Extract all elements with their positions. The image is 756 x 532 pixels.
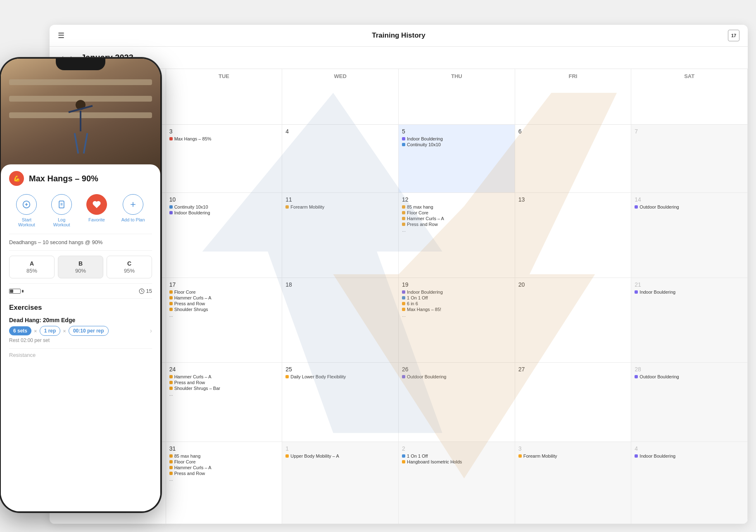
more-button[interactable]: ...: [169, 313, 279, 318]
intensity-c[interactable]: C 95%: [107, 256, 152, 278]
day-number: 31: [169, 445, 279, 452]
day-number: 19: [402, 281, 511, 288]
action-buttons: StartWorkout LogWorkout: [9, 189, 152, 234]
day-cell[interactable]: 7: [631, 125, 748, 193]
workout-dot: [169, 472, 173, 475]
log-icon: [51, 194, 72, 215]
day-header-sat: SAT: [631, 69, 748, 125]
workout-item: Floor Core: [169, 459, 279, 464]
workout-dot: [402, 137, 405, 140]
start-workout-button[interactable]: StartWorkout: [16, 194, 37, 227]
workout-label: Indoor Bouldering: [407, 136, 443, 141]
workout-item: Hangboard Isometric Holds: [402, 459, 511, 464]
day-cell[interactable]: 14Outdoor Bouldering: [631, 193, 748, 278]
workout-item: Hammer Curls – A: [169, 295, 279, 300]
day-cell[interactable]: 4: [282, 125, 399, 193]
workout-label: Press and Row: [174, 380, 205, 385]
battery-icon: [9, 289, 24, 294]
day-cell[interactable]: 25Daily Lower Body Flexibility: [282, 363, 399, 442]
intensity-a[interactable]: A 85%: [9, 256, 55, 278]
day-cell[interactable]: 10Continuity 10x10Indoor Bouldering: [166, 193, 283, 278]
add-to-plan-label: Add to Plan: [121, 217, 145, 222]
day-cell[interactable]: 27: [515, 363, 632, 442]
workout-dot: [402, 296, 405, 299]
day-number: 17: [169, 281, 279, 288]
workout-item: Shoulder Shrugs: [169, 307, 279, 312]
workout-dot: [169, 387, 173, 390]
day-cell[interactable]: 24Hammer Curls – APress and RowShoulder …: [166, 363, 283, 442]
day-cell[interactable]: 6: [515, 125, 632, 193]
day-number: 3: [169, 128, 279, 135]
calendar-icon[interactable]: 17: [728, 30, 739, 41]
workout-hero-image: [1, 59, 160, 174]
day-cell[interactable]: 11Forearm Mobility: [282, 193, 399, 278]
workout-item: Indoor Bouldering: [169, 210, 279, 215]
workout-item: Floor Core: [402, 210, 511, 215]
workout-dot: [402, 460, 405, 463]
day-header-wed: WED: [282, 69, 399, 125]
workout-dot: [518, 454, 522, 458]
workout-dot: [169, 296, 173, 299]
more-button[interactable]: ...: [169, 392, 279, 397]
day-cell[interactable]: 18: [282, 278, 399, 363]
day-header-thu: THU: [399, 69, 515, 125]
day-cell[interactable]: 3Forearm Mobility: [515, 442, 632, 524]
favorite-button[interactable]: Favorite: [86, 194, 107, 227]
day-cell[interactable]: 21Indoor Bouldering: [631, 278, 748, 363]
workout-dot: [169, 454, 173, 458]
workout-label: Indoor Bouldering: [174, 210, 210, 215]
day-cell[interactable]: 4Indoor Bouldering: [631, 442, 748, 524]
day-number: 7: [635, 128, 744, 135]
workout-dot: [285, 375, 289, 378]
workout-item: Hammer Curls – A: [169, 374, 279, 379]
day-cell[interactable]: 28Outdoor Bouldering: [631, 363, 748, 442]
battery-row: 15: [9, 284, 152, 299]
workout-item: Hammer Curls – A: [402, 216, 511, 221]
intensity-b[interactable]: B 90%: [58, 256, 103, 278]
day-cell[interactable]: 19Indoor Bouldering1 On 1 Off6 in 6Max H…: [399, 278, 515, 363]
workout-dot: [169, 211, 173, 214]
workout-item: 1 On 1 Off: [402, 295, 511, 300]
day-cell[interactable]: 21 On 1 OffHangboard Isometric Holds: [399, 442, 515, 524]
exercise-item: Dead Hang: 20mm Edge 6 sets × 1 rep × 00…: [9, 317, 152, 343]
day-cell[interactable]: 1285 max hangFloor CoreHammer Curls – AP…: [399, 193, 515, 278]
workout-item: Daily Lower Body Flexibility: [285, 374, 395, 379]
workout-label: 1 On 1 Off: [407, 454, 428, 458]
exercises-title: Exercises: [9, 304, 152, 312]
day-number: 4: [285, 128, 395, 135]
day-cell[interactable]: 13: [515, 193, 632, 278]
log-workout-button[interactable]: LogWorkout: [51, 194, 72, 227]
workout-label: Hammer Curls – A: [174, 295, 212, 300]
workout-label: Forearm Mobility: [523, 454, 557, 458]
favorite-icon: [86, 194, 107, 215]
day-cell[interactable]: 1Upper Body Mobility – A: [282, 442, 399, 524]
workout-item: Hammer Curls – A: [169, 465, 279, 470]
day-number: 25: [285, 366, 395, 373]
workout-item: Press and Row: [169, 380, 279, 385]
more-button[interactable]: ...: [169, 477, 279, 482]
day-cell[interactable]: 17Floor CoreHammer Curls – APress and Ro…: [166, 278, 283, 363]
day-number: 3: [518, 445, 628, 452]
workout-label: Floor Core: [174, 290, 196, 294]
workout-dot: [169, 205, 173, 209]
day-cell[interactable]: 3Max Hangs – 85%: [166, 125, 283, 193]
workout-label: Hammer Curls – A: [174, 374, 212, 379]
day-cell[interactable]: 3185 max hangFloor CoreHammer Curls – AP…: [166, 442, 283, 524]
day-cell[interactable]: 20: [515, 278, 632, 363]
workout-label: Floor Core: [174, 459, 196, 464]
day-number: 10: [169, 196, 279, 203]
timer-value: 15: [146, 288, 152, 294]
workout-label: 85 max hang: [174, 454, 201, 458]
chevron-right-icon[interactable]: ›: [150, 327, 152, 335]
workout-dot: [402, 308, 405, 311]
phone-notch: [56, 59, 105, 70]
add-to-plan-button[interactable]: Add to Plan: [121, 194, 145, 227]
menu-icon[interactable]: ☰: [58, 31, 64, 40]
more-button[interactable]: ...: [402, 313, 511, 318]
day-cell[interactable]: 26Outdoor Bouldering: [399, 363, 515, 442]
workout-item: Upper Body Mobility – A: [285, 454, 395, 458]
day-cell[interactable]: 5Indoor BoulderingContinuity 10x10: [399, 125, 515, 193]
sets-tag: 6 sets: [9, 326, 31, 335]
workout-icon-row: 💪 Max Hangs – 90%: [9, 164, 152, 189]
more-button[interactable]: ...: [402, 228, 511, 233]
